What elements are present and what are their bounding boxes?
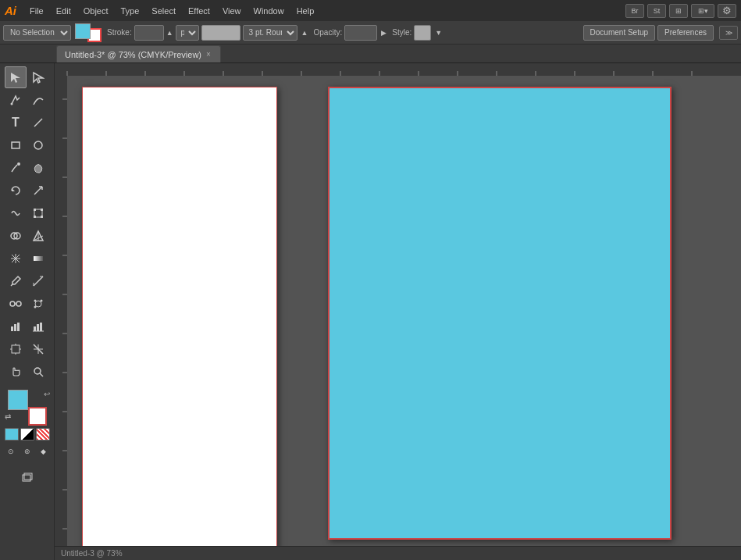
svg-line-26 <box>11 284 12 286</box>
select-tool[interactable] <box>5 66 27 88</box>
stroke-color-box[interactable] <box>28 407 47 426</box>
blob-brush-tool[interactable] <box>27 157 49 179</box>
svg-rect-74 <box>55 76 67 560</box>
tool-row-shapebuilder <box>5 225 49 247</box>
stroke-up-arrow[interactable]: ▲ <box>165 29 175 37</box>
fill-color-swatch[interactable] <box>75 23 91 39</box>
paintbrush-tool[interactable] <box>5 157 27 179</box>
arrange-layers-btn[interactable] <box>16 465 38 487</box>
artboard-tool[interactable] <box>5 338 27 360</box>
options-toolbar: No Selection Stroke: ▲ pt 3 pt. Round ▲ … <box>0 21 741 45</box>
perspective-grid-tool[interactable] <box>27 225 49 247</box>
menu-effect[interactable]: Effect <box>183 5 216 17</box>
fill-stroke-pair <box>75 23 102 42</box>
free-transform-tool[interactable] <box>27 202 49 224</box>
gradient-tool[interactable] <box>27 248 49 269</box>
extensions-icon-btn[interactable]: ⚙ <box>718 4 736 18</box>
shape-builder-tool[interactable] <box>5 225 27 247</box>
svg-line-27 <box>34 276 43 286</box>
type-tool[interactable]: T <box>5 112 27 134</box>
opacity-arrow[interactable]: ▶ <box>379 29 388 37</box>
tool-row-warp <box>5 202 49 224</box>
line-tool[interactable] <box>27 112 49 134</box>
opacity-input[interactable]: 100% <box>344 25 377 41</box>
rotate-tool[interactable] <box>5 180 27 202</box>
svg-point-2 <box>11 103 13 105</box>
tool-row-hand <box>5 361 49 383</box>
tool-row-graph <box>5 316 49 337</box>
eyedropper-tool[interactable] <box>5 270 27 292</box>
ellipse-tool[interactable] <box>27 134 49 156</box>
stroke-value-input[interactable] <box>134 25 164 41</box>
svg-point-35 <box>41 300 43 302</box>
none-mode-btn[interactable] <box>36 428 50 441</box>
svg-point-52 <box>34 368 41 374</box>
style-swatch[interactable] <box>414 25 431 41</box>
warp-tool[interactable] <box>5 202 27 224</box>
stroke-unit-select[interactable]: pt <box>176 25 199 41</box>
hand-tool[interactable] <box>5 361 27 383</box>
svg-rect-41 <box>37 324 39 331</box>
blend-tool[interactable] <box>5 293 27 315</box>
svg-rect-39 <box>17 323 20 331</box>
svg-rect-15 <box>41 216 43 218</box>
svg-point-30 <box>10 301 15 306</box>
document-setup-button[interactable]: Document Setup <box>583 25 656 41</box>
direct-select-tool[interactable] <box>27 66 49 88</box>
svg-rect-42 <box>40 323 42 331</box>
pen-tool[interactable] <box>5 89 27 111</box>
symbol-sprayer-tool[interactable] <box>27 293 49 315</box>
svg-rect-12 <box>34 209 36 211</box>
extra-btn-3[interactable]: ◆ <box>37 444 51 458</box>
toolbar-extra-btn[interactable]: ≫ <box>719 26 738 40</box>
svg-line-53 <box>40 373 43 376</box>
tab-close-button[interactable]: × <box>206 50 211 59</box>
default-colors-icon[interactable]: ↩ <box>44 390 50 398</box>
mesh-tool[interactable] <box>5 248 27 269</box>
rectangle-tool[interactable] <box>5 134 27 156</box>
bar-graph-tool[interactable] <box>5 316 27 337</box>
swap-colors-icon[interactable]: ⇄ <box>5 412 11 421</box>
brush-style-select[interactable]: 3 pt. Round <box>243 25 297 41</box>
tool-row-brush <box>5 157 49 179</box>
menu-select[interactable]: Select <box>146 5 181 17</box>
menu-type[interactable]: Type <box>116 5 145 17</box>
tool-row-blend <box>5 293 49 315</box>
preferences-button[interactable]: Preferences <box>657 25 714 41</box>
menu-view[interactable]: View <box>217 5 247 17</box>
menu-edit[interactable]: Edit <box>51 5 77 17</box>
add-anchor-tool[interactable] <box>27 89 49 111</box>
menu-help[interactable]: Help <box>291 5 320 17</box>
document-tab[interactable]: Untitled-3* @ 73% (CMYK/Preview) × <box>56 45 221 62</box>
menu-bar: Ai File Edit Object Type Select Effect V… <box>0 0 741 21</box>
menu-file[interactable]: File <box>24 5 49 17</box>
svg-rect-40 <box>34 326 36 331</box>
extra-btn-2[interactable]: ⊚ <box>20 444 34 458</box>
measure-tool[interactable] <box>27 270 49 292</box>
scale-tool[interactable] <box>27 180 49 202</box>
stock-icon-btn[interactable]: St <box>647 4 666 18</box>
workspace-icon-btn[interactable]: ⊞ <box>669 4 688 18</box>
bridge-icon-btn[interactable]: Br <box>625 4 644 18</box>
column-graph-tool[interactable] <box>27 316 49 337</box>
menu-window[interactable]: Window <box>248 5 290 17</box>
opacity-label: Opacity: <box>314 28 343 37</box>
canvas-area: Untitled-3 @ 73% <box>55 63 741 560</box>
fill-color-box[interactable] <box>8 390 28 410</box>
style-arrow[interactable]: ▼ <box>433 29 444 37</box>
color-mode-btn[interactable] <box>5 428 19 441</box>
zoom-tool[interactable] <box>27 361 49 383</box>
svg-rect-38 <box>14 324 16 331</box>
svg-point-6 <box>17 162 20 166</box>
menu-object[interactable]: Object <box>78 5 114 17</box>
tool-row-mesh <box>5 248 49 269</box>
tab-bar: Untitled-3* @ 73% (CMYK/Preview) × <box>0 45 741 63</box>
slice-tool[interactable] <box>27 338 49 360</box>
selection-dropdown[interactable]: No Selection <box>3 25 71 41</box>
gradient-mode-btn[interactable] <box>20 428 34 441</box>
svg-point-36 <box>34 306 37 309</box>
tool-row-eyedropper <box>5 270 49 292</box>
brush-style-arrow[interactable]: ▲ <box>300 29 310 37</box>
workspace-settings-btn[interactable]: ⊞▾ <box>691 4 714 18</box>
extra-btn-1[interactable]: ⊙ <box>4 444 18 458</box>
